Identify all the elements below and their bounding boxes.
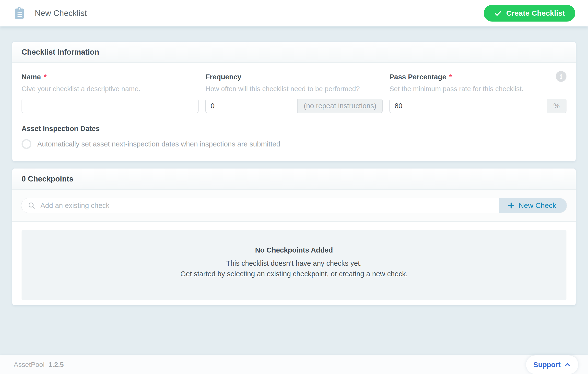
empty-state-panel: No Checkpoints Added This checklist does… [22, 230, 566, 300]
checklist-information-card: Checklist Information Name * Give your c… [12, 42, 576, 161]
checklist-information-title: Checklist Information [22, 48, 99, 57]
new-check-label: New Check [519, 201, 556, 210]
checkpoints-body: No Checkpoints Added This checklist does… [12, 222, 576, 305]
checkmark-icon [494, 9, 502, 17]
pass-percentage-input[interactable] [390, 99, 547, 113]
pass-percentage-field-group: Pass Percentage * i Set the minimum pass… [389, 73, 566, 113]
pass-percentage-label-text: Pass Percentage [389, 73, 446, 81]
name-field-group: Name * Give your checklist a descriptive… [22, 73, 199, 113]
radio-button[interactable] [22, 139, 31, 149]
pass-percentage-label: Pass Percentage * [389, 73, 566, 81]
name-hint: Give your checklist a descriptive name. [22, 85, 199, 93]
footer-version: 1.2.5 [48, 361, 64, 369]
checkpoints-search-row: New Check [12, 190, 576, 222]
inspection-dates-radio-row[interactable]: Automatically set asset next-inspection … [22, 139, 566, 149]
checkpoints-title: 0 Checkpoints [22, 175, 73, 183]
name-label: Name * [22, 73, 199, 81]
asset-inspection-dates-label: Asset Inspection Dates [22, 125, 566, 133]
pass-percentage-hint: Set the minimum pass rate for this check… [389, 85, 566, 93]
checkpoints-header: 0 Checkpoints [12, 169, 576, 190]
plus-icon [507, 202, 515, 209]
support-link[interactable]: Support [526, 355, 578, 374]
pass-percentage-input-group: % [389, 99, 566, 113]
frequency-hint: How often will this checklist need to be… [205, 85, 382, 93]
new-check-button[interactable]: New Check [499, 198, 567, 213]
support-label: Support [533, 361, 561, 369]
chevron-up-icon [564, 361, 571, 368]
create-checklist-label: Create Checklist [506, 9, 565, 17]
name-required-asterisk: * [44, 73, 47, 81]
name-label-text: Name [22, 73, 41, 81]
empty-state-line2: Get started by selecting an existing che… [31, 269, 557, 279]
checklist-clipboard-icon [14, 7, 25, 20]
page-title: New Checklist [35, 9, 87, 18]
footer-app-name: AssetPool [14, 361, 45, 369]
frequency-label: Frequency [205, 73, 382, 81]
empty-state-title: No Checkpoints Added [31, 246, 557, 254]
checklist-information-body: Name * Give your checklist a descriptive… [12, 63, 576, 161]
search-icon [21, 198, 35, 213]
frequency-field-group: Frequency How often will this checklist … [205, 73, 382, 113]
radio-option-label: Automatically set asset next-inspection … [37, 140, 280, 148]
empty-state-line1: This checklist doesn’t have any checks y… [31, 258, 557, 269]
pass-percentage-required-asterisk: * [449, 73, 452, 81]
name-input[interactable] [22, 99, 199, 113]
main-content: Checklist Information Name * Give your c… [0, 26, 588, 355]
percent-suffix: % [547, 99, 566, 113]
frequency-label-text: Frequency [205, 73, 241, 81]
checklist-information-header: Checklist Information [12, 42, 576, 63]
search-pill: New Check [21, 198, 567, 213]
page: New Checklist Create Checklist Checklist… [0, 0, 588, 374]
footer: AssetPool 1.2.5 Support [0, 355, 588, 374]
checkpoints-card: 0 Checkpoints [12, 169, 576, 305]
create-checklist-button[interactable]: Create Checklist [484, 5, 575, 22]
frequency-input-group: (no repeat instructions) [205, 99, 382, 113]
frequency-input[interactable] [206, 99, 297, 113]
info-icon[interactable]: i [556, 71, 566, 82]
add-existing-check-input[interactable] [35, 198, 499, 213]
frequency-addon: (no repeat instructions) [297, 99, 382, 113]
form-fields-row: Name * Give your checklist a descriptive… [22, 73, 566, 113]
top-bar: New Checklist Create Checklist [0, 0, 588, 26]
